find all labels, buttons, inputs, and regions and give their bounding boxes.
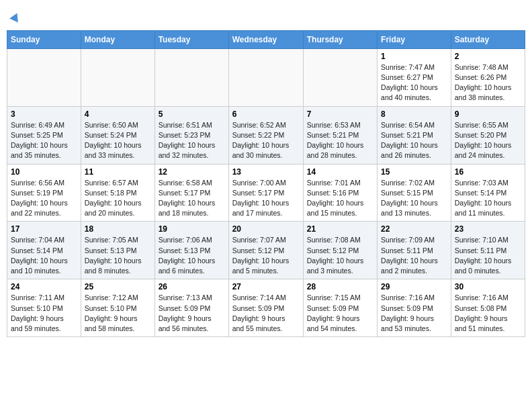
day-number: 11 [85, 167, 151, 177]
day-info: Sunrise: 7:04 AM Sunset: 5:14 PM Dayligh… [11, 235, 77, 276]
calendar-week-row: 1Sunrise: 7:47 AM Sunset: 6:27 PM Daylig… [7, 48, 525, 106]
day-number: 13 [232, 167, 300, 177]
calendar-header-row: SundayMondayTuesdayWednesdayThursdayFrid… [7, 30, 525, 48]
calendar-week-row: 17Sunrise: 7:04 AM Sunset: 5:14 PM Dayli… [7, 222, 525, 279]
day-info: Sunrise: 6:49 AM Sunset: 5:25 PM Dayligh… [11, 120, 77, 161]
calendar-cell: 4Sunrise: 6:50 AM Sunset: 5:24 PM Daylig… [81, 106, 154, 164]
day-info: Sunrise: 7:00 AM Sunset: 5:17 PM Dayligh… [232, 178, 300, 219]
day-info: Sunrise: 7:15 AM Sunset: 5:09 PM Dayligh… [307, 293, 373, 334]
calendar-cell: 28Sunrise: 7:15 AM Sunset: 5:09 PM Dayli… [303, 279, 377, 337]
day-info: Sunrise: 6:54 AM Sunset: 5:21 PM Dayligh… [381, 120, 447, 161]
day-info: Sunrise: 7:12 AM Sunset: 5:10 PM Dayligh… [85, 293, 151, 334]
day-number: 3 [11, 109, 77, 119]
weekday-header: Saturday [451, 30, 525, 48]
day-info: Sunrise: 7:07 AM Sunset: 5:12 PM Dayligh… [232, 235, 300, 276]
day-number: 12 [159, 167, 225, 177]
day-number: 30 [455, 282, 521, 291]
day-number: 5 [159, 109, 225, 119]
logo-text [10, 10, 20, 24]
calendar-cell [228, 48, 303, 106]
weekday-header: Sunday [7, 30, 81, 48]
calendar-cell: 5Sunrise: 6:51 AM Sunset: 5:23 PM Daylig… [154, 106, 228, 164]
day-info: Sunrise: 7:48 AM Sunset: 6:26 PM Dayligh… [455, 62, 521, 103]
day-number: 6 [232, 109, 300, 119]
calendar-cell [81, 48, 154, 106]
day-number: 4 [85, 109, 151, 119]
day-number: 1 [381, 52, 447, 61]
calendar-cell: 18Sunrise: 7:05 AM Sunset: 5:13 PM Dayli… [81, 222, 154, 279]
day-info: Sunrise: 7:03 AM Sunset: 5:14 PM Dayligh… [455, 178, 521, 219]
weekday-header: Monday [81, 30, 154, 48]
weekday-header: Friday [378, 30, 451, 48]
day-number: 29 [381, 282, 447, 291]
calendar-cell: 16Sunrise: 7:03 AM Sunset: 5:14 PM Dayli… [451, 164, 525, 222]
logo [10, 10, 20, 24]
calendar-cell: 1Sunrise: 7:47 AM Sunset: 6:27 PM Daylig… [378, 48, 451, 106]
calendar-cell [7, 48, 81, 106]
calendar-week-row: 24Sunrise: 7:11 AM Sunset: 5:10 PM Dayli… [7, 279, 525, 337]
calendar-cell: 10Sunrise: 6:56 AM Sunset: 5:19 PM Dayli… [7, 164, 81, 222]
calendar-cell: 8Sunrise: 6:54 AM Sunset: 5:21 PM Daylig… [378, 106, 451, 164]
calendar-cell: 7Sunrise: 6:53 AM Sunset: 5:21 PM Daylig… [303, 106, 377, 164]
calendar-cell: 19Sunrise: 7:06 AM Sunset: 5:13 PM Dayli… [154, 222, 228, 279]
day-number: 15 [381, 167, 447, 177]
day-info: Sunrise: 7:47 AM Sunset: 6:27 PM Dayligh… [381, 62, 447, 103]
calendar-cell: 29Sunrise: 7:16 AM Sunset: 5:09 PM Dayli… [378, 279, 451, 337]
calendar-cell: 20Sunrise: 7:07 AM Sunset: 5:12 PM Dayli… [228, 222, 303, 279]
calendar-cell [154, 48, 228, 106]
calendar-cell: 12Sunrise: 6:58 AM Sunset: 5:17 PM Dayli… [154, 164, 228, 222]
day-info: Sunrise: 7:05 AM Sunset: 5:13 PM Dayligh… [85, 235, 151, 276]
day-number: 21 [307, 224, 373, 234]
day-number: 8 [381, 109, 447, 119]
day-number: 14 [307, 167, 373, 177]
day-info: Sunrise: 7:08 AM Sunset: 5:12 PM Dayligh… [307, 235, 373, 276]
calendar-cell: 14Sunrise: 7:01 AM Sunset: 5:16 PM Dayli… [303, 164, 377, 222]
calendar-cell: 15Sunrise: 7:02 AM Sunset: 5:15 PM Dayli… [378, 164, 451, 222]
day-info: Sunrise: 6:51 AM Sunset: 5:23 PM Dayligh… [159, 120, 225, 161]
day-number: 9 [455, 109, 521, 119]
calendar-cell: 21Sunrise: 7:08 AM Sunset: 5:12 PM Dayli… [303, 222, 377, 279]
day-number: 18 [85, 224, 151, 234]
weekday-header: Wednesday [228, 30, 303, 48]
weekday-header: Tuesday [154, 30, 228, 48]
page-header [7, 7, 525, 24]
day-info: Sunrise: 6:57 AM Sunset: 5:18 PM Dayligh… [85, 178, 151, 219]
day-number: 27 [232, 282, 300, 291]
calendar-cell: 26Sunrise: 7:13 AM Sunset: 5:09 PM Dayli… [154, 279, 228, 337]
calendar-cell: 3Sunrise: 6:49 AM Sunset: 5:25 PM Daylig… [7, 106, 81, 164]
day-info: Sunrise: 7:13 AM Sunset: 5:09 PM Dayligh… [159, 293, 225, 334]
calendar-cell: 24Sunrise: 7:11 AM Sunset: 5:10 PM Dayli… [7, 279, 81, 337]
calendar-table: SundayMondayTuesdayWednesdayThursdayFrid… [7, 30, 525, 337]
day-number: 26 [159, 282, 225, 291]
calendar-cell: 25Sunrise: 7:12 AM Sunset: 5:10 PM Dayli… [81, 279, 154, 337]
calendar-cell: 2Sunrise: 7:48 AM Sunset: 6:26 PM Daylig… [451, 48, 525, 106]
logo-triangle-icon [9, 11, 21, 23]
day-info: Sunrise: 6:58 AM Sunset: 5:17 PM Dayligh… [159, 178, 225, 219]
calendar-cell: 17Sunrise: 7:04 AM Sunset: 5:14 PM Dayli… [7, 222, 81, 279]
day-number: 23 [455, 224, 521, 234]
day-info: Sunrise: 7:01 AM Sunset: 5:16 PM Dayligh… [307, 178, 373, 219]
day-info: Sunrise: 6:53 AM Sunset: 5:21 PM Dayligh… [307, 120, 373, 161]
day-info: Sunrise: 7:10 AM Sunset: 5:11 PM Dayligh… [455, 235, 521, 276]
calendar-cell: 22Sunrise: 7:09 AM Sunset: 5:11 PM Dayli… [378, 222, 451, 279]
day-info: Sunrise: 6:52 AM Sunset: 5:22 PM Dayligh… [232, 120, 300, 161]
calendar-cell: 11Sunrise: 6:57 AM Sunset: 5:18 PM Dayli… [81, 164, 154, 222]
calendar-week-row: 10Sunrise: 6:56 AM Sunset: 5:19 PM Dayli… [7, 164, 525, 222]
calendar-cell: 6Sunrise: 6:52 AM Sunset: 5:22 PM Daylig… [228, 106, 303, 164]
day-info: Sunrise: 6:56 AM Sunset: 5:19 PM Dayligh… [11, 178, 77, 219]
day-number: 20 [232, 224, 300, 234]
day-info: Sunrise: 7:09 AM Sunset: 5:11 PM Dayligh… [381, 235, 447, 276]
weekday-header: Thursday [303, 30, 377, 48]
calendar-cell: 9Sunrise: 6:55 AM Sunset: 5:20 PM Daylig… [451, 106, 525, 164]
calendar-cell [303, 48, 377, 106]
day-info: Sunrise: 7:06 AM Sunset: 5:13 PM Dayligh… [159, 235, 225, 276]
day-number: 19 [159, 224, 225, 234]
day-number: 2 [455, 52, 521, 61]
day-number: 22 [381, 224, 447, 234]
day-info: Sunrise: 7:02 AM Sunset: 5:15 PM Dayligh… [381, 178, 447, 219]
day-number: 17 [11, 224, 77, 234]
day-info: Sunrise: 7:16 AM Sunset: 5:09 PM Dayligh… [381, 293, 447, 334]
day-info: Sunrise: 6:55 AM Sunset: 5:20 PM Dayligh… [455, 120, 521, 161]
calendar-cell: 27Sunrise: 7:14 AM Sunset: 5:09 PM Dayli… [228, 279, 303, 337]
day-number: 16 [455, 167, 521, 177]
